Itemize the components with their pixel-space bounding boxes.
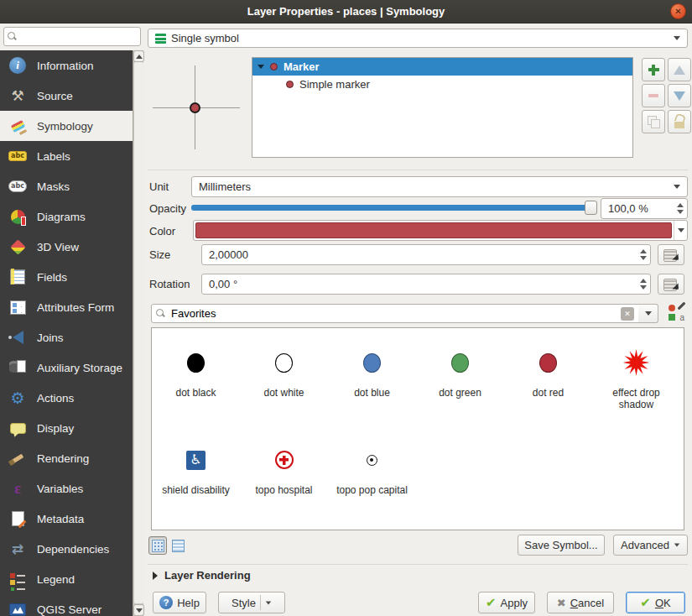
symbol-dot-blue[interactable]: dot blue	[328, 338, 416, 436]
close-button[interactable]: ✕	[670, 3, 686, 19]
sidebar-item-joins[interactable]: Joins	[0, 322, 133, 352]
diagrams-icon	[8, 206, 28, 227]
add-symbol-layer-button[interactable]	[642, 58, 665, 81]
size-data-defined-override-button[interactable]	[658, 244, 684, 265]
symbol-dot-green[interactable]: dot green	[416, 338, 504, 436]
sidebar-item-diagrams[interactable]: Diagrams	[0, 201, 133, 232]
style-manager-icon: a	[679, 313, 684, 322]
color-dropdown[interactable]	[674, 221, 687, 240]
rotation-spinbox[interactable]: 0,00 °	[201, 274, 651, 295]
sidebar-search-input[interactable]	[20, 29, 137, 44]
clear-search-icon[interactable]: ✕	[621, 307, 634, 321]
sidebar-item-rendering[interactable]: Rendering	[0, 443, 133, 473]
symbol-label: dot black	[175, 387, 216, 399]
sidebar-item-label: Attributes Form	[37, 301, 114, 314]
sidebar-item-actions[interactable]: Actions	[0, 383, 133, 413]
chevron-down-icon	[266, 601, 271, 604]
sidebar-item-dependencies[interactable]: Dependencies	[0, 534, 133, 564]
scroll-up-icon[interactable]	[133, 50, 144, 62]
symbol-thumb-hospital-icon	[275, 436, 294, 484]
legend-icon	[8, 569, 28, 589]
sidebar-item-attributes-form[interactable]: Attributes Form	[0, 292, 133, 322]
layer-properties-dialog: Layer Properties - places | Symbology ✕ …	[0, 0, 692, 616]
sidebar-item-label: Joins	[37, 331, 64, 344]
symbol-shield-disability[interactable]: shield disability	[152, 436, 240, 530]
symbol-effect-drop-shadow[interactable]: effect drop shadow	[592, 338, 680, 436]
capital-icon	[367, 455, 377, 466]
symbol-label: dot blue	[354, 387, 390, 399]
sidebar-item-variables[interactable]: Variables	[0, 473, 133, 504]
sidebar-item-masks[interactable]: Masks	[0, 171, 133, 201]
list-view-icon	[172, 540, 185, 552]
size-spinbox[interactable]: 2,00000	[201, 244, 651, 265]
collapse-icon[interactable]	[258, 65, 264, 69]
sidebar-item-source[interactable]: Source	[0, 81, 133, 111]
renderer-combo[interactable]: Single symbol	[148, 29, 688, 48]
opacity-spinbox[interactable]: 100,0 %	[601, 198, 688, 219]
lock-color-button[interactable]	[668, 110, 691, 133]
symbol-thumb-wheelchair-icon	[186, 436, 206, 484]
sidebar-item-qgis-server[interactable]: QGIS Server	[0, 594, 133, 616]
unit-label: Unit	[149, 180, 169, 193]
rotation-data-defined-override-button[interactable]	[658, 274, 684, 295]
scrollbar-thumb[interactable]	[134, 62, 143, 603]
opacity-label: Opacity	[149, 202, 186, 215]
circle-icon	[275, 353, 293, 373]
symbol-topo-pop-capital[interactable]: topo pop capital	[328, 436, 416, 530]
advanced-button[interactable]: Advanced	[613, 535, 688, 556]
symbol-dot-red[interactable]: dot red	[504, 338, 592, 436]
circle-icon	[363, 353, 381, 373]
symbol-search-input[interactable]	[169, 306, 618, 321]
sidebar-item-metadata[interactable]: Metadata	[0, 504, 133, 534]
symbol-label: effect drop shadow	[598, 387, 675, 411]
color-swatch	[195, 222, 672, 238]
help-button[interactable]: ? Help	[153, 592, 206, 613]
sidebar-item-legend[interactable]: Legend	[0, 564, 133, 594]
remove-symbol-layer-button[interactable]	[642, 84, 665, 107]
size-value: 2,00000	[209, 248, 248, 261]
move-layer-up-button[interactable]	[668, 58, 691, 81]
layer-rendering-section[interactable]: Layer Rendering	[153, 569, 251, 582]
storage-icon	[8, 358, 28, 378]
apply-button[interactable]: ✔ Apply	[478, 592, 535, 613]
cancel-button[interactable]: ✖ Cancel	[547, 592, 614, 613]
sidebar-item-auxiliary-storage[interactable]: Auxiliary Storage	[0, 352, 133, 383]
ok-button[interactable]: ✔ OK	[626, 592, 685, 613]
symbol-filter-dropdown[interactable]	[638, 304, 658, 323]
spin-arrows-icon[interactable]	[677, 199, 684, 218]
color-button[interactable]	[193, 220, 688, 241]
save-symbol-button[interactable]: Save Symbol...	[518, 535, 605, 556]
color-label: Color	[149, 225, 175, 238]
symbol-dot-white[interactable]: dot white	[240, 338, 328, 436]
spin-arrows-icon[interactable]	[640, 274, 647, 294]
slider-handle[interactable]	[585, 201, 597, 215]
sidebar-item-information[interactable]: Information	[0, 50, 133, 81]
layer-rendering-title: Layer Rendering	[164, 569, 251, 582]
symbol-node-marker[interactable]: Marker	[252, 58, 632, 76]
sidebar-item-label: Rendering	[37, 452, 89, 465]
help-icon: ?	[159, 596, 173, 609]
grid-view-icon	[152, 540, 164, 552]
icon-view-toggle[interactable]	[148, 536, 167, 555]
symbol-node-simple-marker[interactable]: Simple marker	[252, 76, 632, 93]
sidebar-item-3d-view[interactable]: 3D View	[0, 232, 133, 262]
symbol-dot-black[interactable]: dot black	[152, 338, 240, 436]
scroll-down-icon[interactable]	[133, 604, 144, 616]
sidebar-item-display[interactable]: Display	[0, 413, 133, 443]
list-view-toggle[interactable]	[169, 536, 187, 555]
sidebar-item-fields[interactable]: Fields	[0, 262, 133, 292]
star-icon	[623, 349, 650, 376]
style-button[interactable]: Style	[218, 592, 285, 613]
opacity-slider[interactable]	[191, 205, 596, 211]
symbol-topo-hospital[interactable]: topo hospital	[240, 436, 328, 530]
style-manager-button[interactable]: a	[666, 302, 688, 324]
sidebar-item-symbology[interactable]: Symbology	[0, 111, 133, 141]
spin-arrows-icon[interactable]	[640, 245, 647, 264]
sidebar-item-labels[interactable]: Labels	[0, 141, 133, 171]
symbol-thumb-circle-icon	[187, 338, 205, 387]
unit-combo[interactable]: Millimeters	[191, 176, 688, 197]
duplicate-symbol-layer-button[interactable]	[642, 110, 665, 133]
move-layer-down-button[interactable]	[668, 84, 691, 107]
sidebar-item-label: Actions	[37, 392, 74, 405]
sidebar-scrollbar[interactable]	[133, 50, 143, 616]
